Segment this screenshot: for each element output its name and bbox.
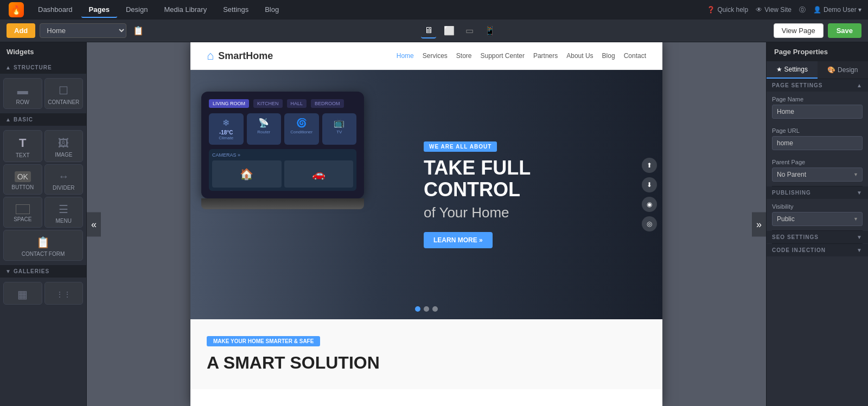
tab-design[interactable]: 🎨 Design <box>818 61 869 79</box>
copy-icon[interactable]: 📋 <box>131 23 146 38</box>
logo-icon: 🔥 <box>9 2 24 17</box>
section-galleries[interactable]: ▼ GALLERIES <box>0 265 86 278</box>
site-nav-support[interactable]: Support Center <box>481 52 525 60</box>
widget-button-label: BUTTON <box>11 184 34 190</box>
smart-controls: ❄ -18°C Climate 📡 Router 🌀 <box>209 113 356 145</box>
site-nav-about[interactable]: About Us <box>566 52 593 60</box>
ctrl-btn-1[interactable]: ⬆ <box>642 158 657 173</box>
widget-row[interactable]: ▬ ROW <box>3 78 42 109</box>
site-nav-services[interactable]: Services <box>423 52 448 60</box>
parent-page-select-wrap: No Parent <box>772 167 863 182</box>
view-site-icon: 👁 <box>756 6 762 14</box>
section-page-settings[interactable]: PAGE SETTINGS ▲ <box>767 79 868 92</box>
view-site[interactable]: 👁 View Site <box>756 6 792 14</box>
user-icon: 👤 <box>813 6 821 14</box>
page-properties-title: Page Properties <box>767 42 868 61</box>
room-tab-hall[interactable]: HALL <box>287 99 307 108</box>
tablet-portrait-btn[interactable]: ▭ <box>462 23 477 38</box>
view-page-button[interactable]: View Page <box>774 23 824 38</box>
widget-divider[interactable]: ↔ DIVIDER <box>44 164 84 195</box>
hero-section: LIVING ROOM KITCHEN HALL BEDROOM ❄ -18°C… <box>190 70 662 319</box>
carousel-dots <box>415 306 438 312</box>
widget-container-label: CONTAINER <box>48 99 79 105</box>
canvas-left-arrow[interactable]: « <box>87 212 101 236</box>
widget-gallery-grid[interactable]: ▦ <box>3 282 42 305</box>
learn-more-button[interactable]: LEARN MORE » <box>424 232 493 248</box>
ctrl-btn-2[interactable]: ⬇ <box>642 177 657 192</box>
dot-1[interactable] <box>415 306 420 312</box>
section-publishing-label: PUBLISHING <box>772 190 811 196</box>
galleries-widgets: ▦ ⋮⋮ <box>0 278 86 309</box>
smart-card-climate[interactable]: ❄ -18°C Climate <box>209 113 244 145</box>
smart-display-header: LIVING ROOM KITCHEN HALL BEDROOM <box>209 99 356 108</box>
canvas-right-arrow[interactable]: » <box>752 212 766 236</box>
site-nav-blog[interactable]: Blog <box>602 52 615 60</box>
chevron-down-code: ▼ <box>857 247 863 253</box>
nav-right: ❓ Quick help 👁 View Site ⓪ 👤 Demo User ▾ <box>707 5 861 15</box>
space-icon <box>16 204 30 214</box>
section-basic[interactable]: ▲ BASIC <box>0 113 86 126</box>
widget-gallery-masonry[interactable]: ⋮⋮ <box>44 282 84 305</box>
site-nav-contact[interactable]: Contact <box>624 52 646 60</box>
smart-card-conditioner[interactable]: 🌀 Conditioner <box>284 113 319 145</box>
widget-divider-label: DIVIDER <box>53 185 75 191</box>
canvas-area: « ⌂ SmartHome Home Services Store Suppor… <box>87 42 766 406</box>
mobile-btn[interactable]: 📱 <box>481 23 499 38</box>
room-tab-living[interactable]: LIVING ROOM <box>209 99 249 108</box>
smart-card-tv[interactable]: 📺 TV <box>322 113 357 145</box>
widget-image[interactable]: 🖼 IMAGE <box>44 130 84 162</box>
room-tab-kitchen[interactable]: KITCHEN <box>253 99 283 108</box>
widget-button[interactable]: OK BUTTON <box>3 164 42 195</box>
page-name-input[interactable] <box>772 105 863 119</box>
section-publishing[interactable]: PUBLISHING ▼ <box>767 186 868 199</box>
widget-space[interactable]: SPACE <box>3 197 42 228</box>
nav-item-design[interactable]: Design <box>118 2 155 18</box>
site-nav-home[interactable]: Home <box>397 52 414 60</box>
nav-item-pages[interactable]: Pages <box>81 2 117 18</box>
section-structure[interactable]: ▲ STRUCTURE <box>0 61 86 74</box>
tab-settings[interactable]: ★ Settings <box>767 61 818 79</box>
field-parent-page: Parent Page No Parent <box>767 154 868 186</box>
parent-page-select[interactable]: No Parent <box>772 167 863 182</box>
widget-container[interactable]: ☐ CONTAINER <box>44 78 84 109</box>
dot-3[interactable] <box>432 306 438 312</box>
settings-star-icon: ★ <box>776 66 782 73</box>
add-button[interactable]: Add <box>7 23 35 38</box>
section-code-injection[interactable]: CODE INJECTION ▼ <box>767 244 868 256</box>
widget-image-label: IMAGE <box>55 152 72 158</box>
page-url-input[interactable] <box>772 136 863 150</box>
right-sidebar: Page Properties ★ Settings 🎨 Design PAGE… <box>766 42 868 406</box>
nav-item-dashboard[interactable]: Dashboard <box>30 2 80 18</box>
room-tab-bedroom[interactable]: BEDROOM <box>311 99 344 108</box>
visibility-select[interactable]: Public Private Password Protected <box>772 212 863 226</box>
site-nav-store[interactable]: Store <box>456 52 472 60</box>
smart-display: LIVING ROOM KITCHEN HALL BEDROOM ❄ -18°C… <box>201 92 364 198</box>
nav-item-blog[interactable]: Blog <box>257 2 286 18</box>
desktop-btn[interactable]: 🖥 <box>421 23 436 38</box>
demo-user[interactable]: 👤 Demo User ▾ <box>813 6 861 14</box>
widget-text[interactable]: T TEXT <box>3 130 42 162</box>
nav-item-media-library[interactable]: Media Library <box>156 2 214 18</box>
save-button[interactable]: Save <box>828 23 861 38</box>
ctrl-btn-4[interactable]: ◎ <box>642 216 657 231</box>
canvas-scroll: ⌂ SmartHome Home Services Store Support … <box>87 42 766 406</box>
page-selector[interactable]: Home <box>40 23 126 38</box>
help-icon-btn[interactable]: ⓪ <box>799 5 806 15</box>
climate-icon: ❄ <box>212 118 241 128</box>
smart-card-router[interactable]: 📡 Router <box>247 113 282 145</box>
field-page-name: Page Name <box>767 92 868 123</box>
section-seo[interactable]: SEO SETTINGS ▼ <box>767 231 868 243</box>
widget-menu[interactable]: ☰ MENU <box>44 197 84 228</box>
ctrl-btn-3[interactable]: ◉ <box>642 197 657 212</box>
conditioner-label: Conditioner <box>287 130 316 134</box>
router-icon: 📡 <box>250 118 279 128</box>
widget-contact-form[interactable]: 📋 CONTACT FORM <box>3 230 83 261</box>
tablet-landscape-btn[interactable]: ⬜ <box>441 23 458 38</box>
dot-2[interactable] <box>424 306 429 312</box>
logo[interactable]: 🔥 <box>7 0 26 20</box>
tv-label: TV <box>325 130 354 134</box>
device-switcher: 🖥 ⬜ ▭ 📱 <box>150 23 769 38</box>
quick-help[interactable]: ❓ Quick help <box>707 6 748 14</box>
nav-item-settings[interactable]: Settings <box>215 2 256 18</box>
site-nav-partners[interactable]: Partners <box>533 52 558 60</box>
